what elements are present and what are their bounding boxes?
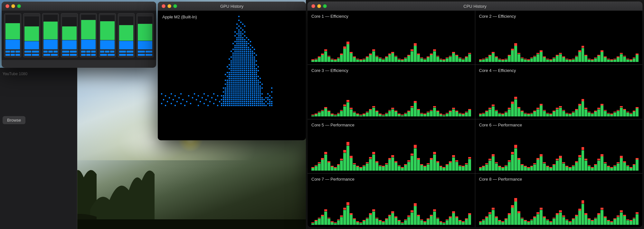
chart-bar <box>530 75 533 116</box>
chart-bar <box>449 184 452 225</box>
svg-rect-563 <box>252 101 253 102</box>
svg-rect-410 <box>231 91 232 93</box>
svg-rect-22 <box>240 35 242 36</box>
svg-rect-620 <box>240 105 242 106</box>
chart-bar <box>340 184 343 225</box>
chart-bar <box>366 184 369 225</box>
chart-bar <box>521 21 524 62</box>
svg-rect-387 <box>225 89 226 91</box>
svg-rect-226 <box>258 70 259 71</box>
chart-bar <box>546 75 549 116</box>
chart-bar <box>575 75 578 116</box>
svg-rect-525 <box>236 99 238 100</box>
svg-rect-277 <box>231 78 232 79</box>
svg-rect-15 <box>244 31 245 33</box>
gpu-minimize-button[interactable] <box>167 4 171 8</box>
cpu-minimize-button[interactable] <box>317 4 321 8</box>
chart-bar <box>582 129 584 171</box>
svg-rect-383 <box>258 87 259 89</box>
chart-bar <box>623 184 626 225</box>
svg-rect-579 <box>223 103 224 104</box>
svg-rect-169 <box>232 64 234 65</box>
chart-bar <box>597 184 600 225</box>
chart-bar <box>324 75 327 116</box>
svg-rect-87 <box>248 51 249 52</box>
svg-rect-124 <box>250 56 251 58</box>
svg-rect-302 <box>244 80 245 81</box>
svg-rect-25 <box>238 37 240 38</box>
svg-rect-59 <box>234 47 236 48</box>
chart-bar <box>311 21 314 62</box>
svg-rect-14 <box>240 31 242 33</box>
cpu-close-button[interactable] <box>311 4 315 8</box>
gpu-close-button[interactable] <box>162 4 166 8</box>
chart-bar <box>536 184 539 225</box>
svg-rect-439 <box>236 93 238 95</box>
svg-rect-37 <box>238 41 240 42</box>
svg-rect-21 <box>238 35 240 36</box>
chart-bar <box>488 184 491 225</box>
svg-rect-440 <box>238 93 240 95</box>
browse-button[interactable]: Browse <box>3 116 25 124</box>
close-button[interactable] <box>5 4 9 8</box>
svg-rect-447 <box>252 93 253 95</box>
gpu-maximize-button[interactable] <box>173 4 177 8</box>
chart-bar <box>588 129 591 171</box>
maximize-button[interactable] <box>17 4 21 8</box>
svg-rect-153 <box>256 60 257 62</box>
svg-rect-84 <box>242 51 243 52</box>
svg-rect-547 <box>219 101 220 102</box>
chart-bar <box>327 75 330 116</box>
chart-bar <box>582 184 584 225</box>
chart-bar <box>350 129 353 171</box>
svg-rect-529 <box>244 99 245 100</box>
chart-bar <box>423 21 426 62</box>
chart-bar <box>514 184 517 225</box>
svg-rect-445 <box>248 93 249 95</box>
chart-bar <box>546 21 549 62</box>
minimize-button[interactable] <box>11 4 15 8</box>
chart-bar <box>584 75 587 116</box>
svg-rect-143 <box>236 60 238 62</box>
chart-bar <box>343 21 346 62</box>
svg-rect-189 <box>242 66 243 67</box>
svg-rect-588 <box>240 103 242 104</box>
svg-rect-325 <box>256 82 257 83</box>
chart-bar <box>324 184 327 225</box>
svg-rect-548 <box>223 101 224 102</box>
svg-rect-616 <box>232 105 234 106</box>
chart-bar <box>575 21 578 62</box>
svg-rect-91 <box>234 53 236 54</box>
svg-rect-612 <box>225 105 226 106</box>
chart-bar <box>369 184 372 225</box>
svg-rect-450 <box>258 93 259 95</box>
svg-rect-526 <box>238 99 240 100</box>
svg-rect-147 <box>244 60 245 62</box>
cpu-maximize-button[interactable] <box>323 4 327 8</box>
svg-rect-535 <box>256 99 257 100</box>
svg-rect-291 <box>260 78 261 79</box>
chart-bar <box>517 75 520 116</box>
svg-rect-488 <box>225 97 226 98</box>
svg-rect-462 <box>225 95 226 96</box>
chart-bar <box>459 21 461 62</box>
svg-rect-331 <box>231 84 232 85</box>
svg-rect-10 <box>238 29 240 31</box>
svg-rect-584 <box>232 103 234 104</box>
chart-bar <box>492 184 495 225</box>
chart-bar <box>533 184 536 225</box>
svg-rect-486 <box>211 97 213 98</box>
svg-rect-581 <box>227 103 228 104</box>
svg-rect-132 <box>240 58 242 60</box>
chart-bar <box>449 129 452 171</box>
chart-bar <box>553 129 555 171</box>
svg-rect-213 <box>232 70 234 71</box>
chart-bar <box>562 184 565 225</box>
chart-bar <box>495 21 498 62</box>
svg-rect-324 <box>254 82 255 83</box>
svg-rect-495 <box>238 97 240 98</box>
svg-rect-86 <box>246 51 247 52</box>
svg-rect-437 <box>232 93 234 95</box>
svg-rect-326 <box>258 82 259 83</box>
svg-rect-496 <box>240 97 242 98</box>
